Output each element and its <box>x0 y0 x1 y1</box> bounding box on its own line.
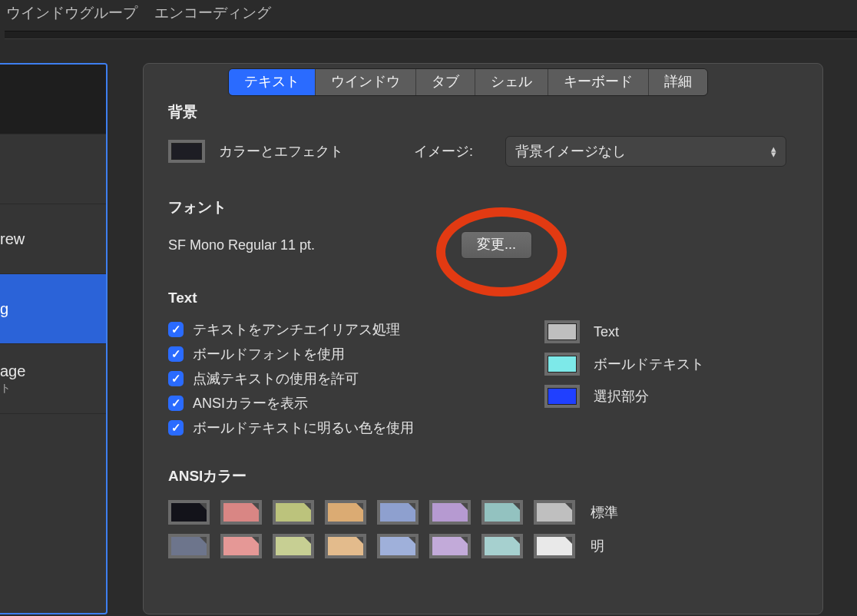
ansi-color-well[interactable] <box>220 534 262 558</box>
ansi-color-well[interactable] <box>377 534 419 558</box>
ansi-color-well[interactable] <box>168 534 210 558</box>
checkbox-bright-bold[interactable]: ボールドテキストに明るい色を使用 <box>168 419 498 437</box>
checkbox-bold-font[interactable]: ボールドフォントを使用 <box>168 345 498 363</box>
ansi-bright-label: 明 <box>591 537 604 555</box>
ansi-color-well[interactable] <box>273 500 314 525</box>
ansi-color-well[interactable] <box>534 534 575 558</box>
popup-arrows-icon: ▴▾ <box>771 146 776 157</box>
sidebar-item[interactable]: rew <box>0 204 106 274</box>
sidebar-empty <box>0 414 106 614</box>
ansi-color-well[interactable] <box>377 500 419 525</box>
checkbox-icon <box>168 371 184 386</box>
text-color-well[interactable] <box>544 320 580 343</box>
checkbox-icon <box>168 396 184 411</box>
section-ansi-title: ANSIカラー <box>168 466 798 486</box>
ansi-color-well[interactable] <box>429 500 471 525</box>
sidebar-item[interactable] <box>0 65 106 134</box>
tab-keyboard[interactable]: キーボード <box>548 69 648 95</box>
checkbox-blink-text[interactable]: 点滅テキストの使用を許可 <box>168 369 498 388</box>
tab-tab[interactable]: タブ <box>415 69 475 95</box>
checkbox-ansi-colors[interactable]: ANSIカラーを表示 <box>168 394 498 412</box>
bold-text-color-well[interactable] <box>544 353 580 376</box>
sidebar-item[interactable]: age ト <box>0 344 106 414</box>
ansi-color-well[interactable] <box>325 500 366 525</box>
section-background-title: 背景 <box>168 102 798 122</box>
ansi-color-well[interactable] <box>481 534 523 558</box>
checkbox-antialias[interactable]: テキストをアンチエイリアス処理 <box>168 320 498 339</box>
selection-color-label: 選択部分 <box>594 387 649 406</box>
image-label: イメージ: <box>414 142 473 161</box>
background-color-well[interactable] <box>168 140 205 163</box>
change-font-button[interactable]: 変更... <box>461 231 532 259</box>
checkbox-icon <box>168 346 184 362</box>
current-font-label: SF Mono Regular 11 pt. <box>168 237 315 253</box>
ansi-normal-row: 標準 <box>168 500 798 525</box>
settings-panel: テキスト ウインドウ タブ シェル キーボード 詳細 背景 カラーとエフェクト … <box>143 63 823 614</box>
text-color-label: Text <box>594 324 619 340</box>
ansi-color-well[interactable] <box>220 500 262 525</box>
ansi-color-well[interactable] <box>168 500 210 525</box>
toolbar-tab-window-group[interactable]: ウインドウグループ <box>5 2 139 25</box>
ansi-color-well[interactable] <box>325 534 366 558</box>
background-image-value: 背景イメージなし <box>515 142 626 161</box>
tab-window[interactable]: ウインドウ <box>315 69 415 95</box>
ansi-normal-label: 標準 <box>591 503 618 522</box>
bold-text-color-label: ボールドテキスト <box>594 355 704 373</box>
tab-text[interactable]: テキスト <box>229 69 315 95</box>
checkbox-icon <box>168 420 184 436</box>
selection-color-well[interactable] <box>544 385 580 408</box>
sidebar-item-selected[interactable]: g <box>0 274 106 344</box>
sidebar-item[interactable] <box>0 134 106 204</box>
tab-advanced[interactable]: 詳細 <box>648 69 707 95</box>
ansi-color-well[interactable] <box>273 534 314 558</box>
ansi-color-well[interactable] <box>481 500 523 525</box>
change-font-highlight: 変更... <box>461 231 532 259</box>
toolbar-tab-encoding[interactable]: エンコーディング <box>153 2 273 25</box>
section-text-title: Text <box>168 290 798 306</box>
ansi-bright-row: 明 <box>168 534 798 558</box>
section-font-title: フォント <box>168 197 798 217</box>
settings-tabs: テキスト ウインドウ タブ シェル キーボード 詳細 <box>228 68 708 96</box>
background-image-popup[interactable]: 背景イメージなし ▴▾ <box>505 136 786 167</box>
toolbar-separator <box>5 31 857 39</box>
tab-shell[interactable]: シェル <box>475 69 548 95</box>
ansi-color-well[interactable] <box>534 500 575 525</box>
ansi-color-well[interactable] <box>429 534 471 558</box>
toolbar-tabs: ウインドウグループ エンコーディング <box>5 2 273 25</box>
color-effects-label: カラーとエフェクト <box>219 142 343 161</box>
profiles-sidebar[interactable]: rew g age ト <box>0 63 108 614</box>
checkbox-icon <box>168 322 184 337</box>
